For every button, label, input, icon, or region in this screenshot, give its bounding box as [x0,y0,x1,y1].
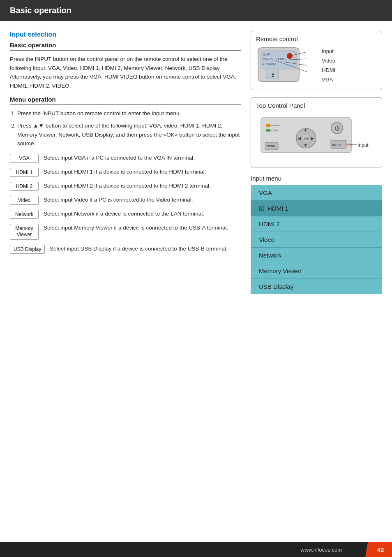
video-badge: Video [10,196,39,205]
input-menu-memory-viewer-label: Memory Viewer [259,267,302,274]
input-option-hdmi2: HDMI 2 Select input HDMI 2 if a device i… [10,182,241,191]
control-panel-image: WARNING POWER ⏻ OK ▲ ▼ ◀ ▶ [259,116,374,159]
svg-text:IN PT: IN PT [263,53,271,56]
page-title: Basic operation [10,6,71,15]
page-header: Basic operation [0,0,392,21]
input-option-memory-viewer: MemoryViewer Select input Memory Viewer … [10,224,241,240]
vga-text: Select input VGA if a PC is connected to… [44,154,195,162]
page-footer: www.infocus.com 42 [0,542,392,557]
input-menu-item-network[interactable]: Network [251,248,382,263]
vga-badge: VGA [10,154,39,163]
input-menu-usb-display-label: USB Display [259,283,293,290]
svg-text:WARNING: WARNING [270,124,280,127]
video-text: Select input Video if a PC is connected … [44,196,193,204]
remote-label-hdmi: HDMI [322,67,335,73]
menu-operation-subtitle: Menu operation [10,96,241,105]
svg-text:VGA  VI  O: VGA VI O [262,58,273,60]
svg-text:HDMI: HDMI [277,58,284,60]
footer-url: www.infocus.com [0,547,367,553]
right-column: Remote control IN PT VGA VI O HDMI AL O … [251,31,382,294]
input-menu-title: Input menu [251,175,382,182]
input-menu-item-usb-display[interactable]: USB Display [251,279,382,294]
input-menu-item-vga[interactable]: VGA [251,185,382,201]
left-column: Input selection Basic operation Press th… [10,31,241,294]
input-menu-item-hdmi1[interactable]: ☑ HDMI 1 [251,201,382,216]
network-text: Select input Network if a device is conn… [44,210,204,218]
top-control-panel-box: Top Control Panel WARNING POWER ⏻ [251,97,382,167]
menu-step-1: Press the INPUT button on remote control… [17,109,241,118]
menu-step-2: Press ▲▼ button to select one of the fol… [17,121,241,148]
svg-text:MENU: MENU [267,145,275,148]
input-menu-hdmi2-label: HDMI 2 [259,220,280,227]
basic-operation-body: Press the INPUT button on the control pa… [10,55,241,90]
usb-display-badge: USB Display [10,245,45,254]
input-menu-hdmi1-label: HDMI 1 [267,205,288,212]
svg-text:▼: ▼ [271,74,275,79]
top-control-panel-title: Top Control Panel [256,102,377,109]
svg-text:▼: ▼ [303,143,308,148]
svg-text:INPUT: INPUT [332,143,342,147]
control-panel-inner: WARNING POWER ⏻ OK ▲ ▼ ◀ ▶ [256,112,377,162]
input-option-vga: VGA Select input VGA if a PC is connecte… [10,154,241,163]
hdmi1-badge: HDMI 1 [10,168,39,177]
hdmi2-text: Select input HDMI 2 if a device is conne… [44,182,211,190]
input-option-network: Network Select input Network if a device… [10,210,241,219]
hdmi1-checkmark: ☑ [259,205,264,212]
network-badge: Network [10,210,39,219]
svg-text:▶: ▶ [311,136,314,141]
input-menu-box: VGA ☑ HDMI 1 HDMI 2 Video Network [251,185,382,294]
remote-control-box: Remote control IN PT VGA VI O HDMI AL O … [251,31,382,90]
input-selection-title: Input selection [10,31,241,38]
remote-label-video: Video [322,58,335,64]
input-menu-network-label: Network [259,252,281,259]
memory-viewer-badge: MemoryViewer [10,224,39,240]
svg-text:◀: ◀ [297,136,301,141]
hdmi1-text: Select input HDMI 1 if a device is conne… [44,168,206,176]
menu-steps: Press the INPUT button on remote control… [10,109,241,148]
remote-diagram: IN PT VGA VI O HDMI AL O MENU ▲ ▼ [256,46,377,85]
input-menu-section: Input menu VGA ☑ HDMI 1 HDMI 2 Video [251,175,382,294]
input-menu-item-memory-viewer[interactable]: Memory Viewer [251,263,382,279]
svg-rect-15 [266,124,270,127]
remote-image: IN PT VGA VI O HDMI AL O MENU ▲ ▼ [256,46,318,85]
input-menu-item-hdmi2[interactable]: HDMI 2 [251,216,382,232]
main-content: Input selection Basic operation Press th… [0,21,392,294]
remote-control-title: Remote control [256,35,377,42]
svg-text:OK: OK [304,137,309,141]
footer-page-number: 42 [369,542,392,557]
input-option-usb-display: USB Display Select input USB Display if … [10,245,241,254]
basic-operation-subtitle: Basic operation [10,42,241,51]
svg-text:AL  O  MENU: AL O MENU [262,63,276,65]
input-option-video: Video Select input Video if a PC is conn… [10,196,241,205]
input-menu-video-label: Video [259,236,274,243]
svg-text:▲: ▲ [303,127,308,132]
input-options-list: VGA Select input VGA if a PC is connecte… [10,154,241,254]
svg-text:☞: ☞ [347,141,354,149]
memory-viewer-text: Select input Memory Viewer if a device i… [44,224,228,232]
hdmi2-badge: HDMI 2 [10,182,39,191]
svg-text:Input: Input [357,142,369,148]
svg-text:⏻: ⏻ [334,125,340,131]
input-option-hdmi1: HDMI 1 Select input HDMI 1 if a device i… [10,168,241,177]
remote-label-input: Input [322,48,335,54]
remote-labels: Input Video HDMI VGA [322,48,335,83]
input-menu-vga-label: VGA [259,189,272,196]
input-menu-item-video[interactable]: Video [251,232,382,248]
remote-label-vga: VGA [322,77,335,83]
svg-text:POWER: POWER [270,129,278,132]
usb-display-text: Select input USB Display if a device is … [50,245,227,253]
svg-rect-17 [266,129,270,132]
